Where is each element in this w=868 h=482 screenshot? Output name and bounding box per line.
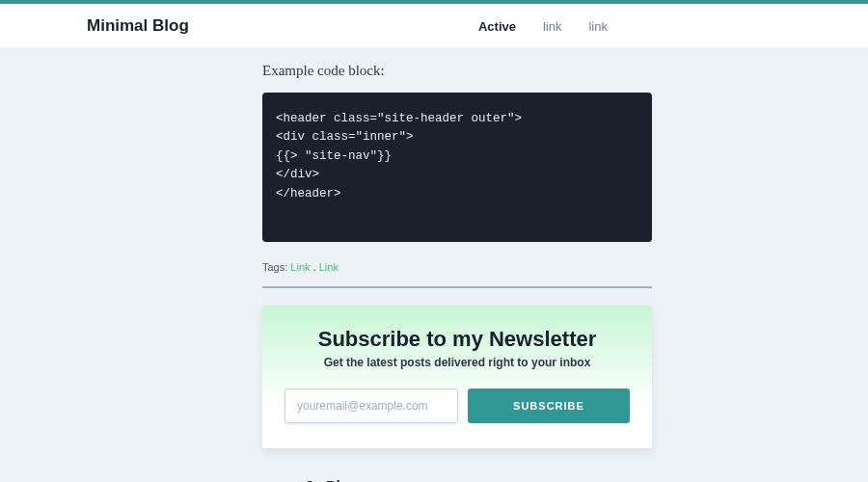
newsletter-subtitle: Get the latest posts delivered right to …: [282, 356, 633, 369]
tags-row: Tags: Link . Link: [262, 261, 652, 273]
author-name: Jo Bloggerson: [305, 477, 565, 482]
nav-link-1[interactable]: link: [543, 19, 562, 34]
navbar: Minimal Blog Active link link: [0, 4, 868, 49]
tag-sep: .: [311, 261, 319, 273]
main-content: Example code block: <header class="site-…: [216, 49, 652, 482]
tag-link-1[interactable]: Link: [319, 261, 339, 273]
code-caption: Example code block:: [262, 63, 652, 79]
nav-link-active[interactable]: Active: [478, 19, 516, 34]
tag-link-0[interactable]: Link: [290, 261, 310, 273]
code-block: <header class="site-header outer"> <div …: [262, 93, 652, 242]
tags-label: Tags:: [262, 261, 290, 273]
nav-links: Active link link: [478, 19, 608, 34]
author-row: Jo Bloggerson Minimal Blog Tailwind CSS …: [262, 477, 652, 482]
subscribe-form: SUBSCRIBE: [282, 388, 633, 423]
newsletter-card: Subscribe to my Newsletter Get the lates…: [262, 306, 652, 448]
divider: [262, 286, 652, 288]
nav-link-2[interactable]: link: [588, 19, 608, 34]
newsletter-title: Subscribe to my Newsletter: [282, 327, 633, 352]
subscribe-button[interactable]: SUBSCRIBE: [468, 388, 630, 423]
brand-title[interactable]: Minimal Blog: [87, 16, 189, 36]
email-input[interactable]: [285, 388, 458, 423]
